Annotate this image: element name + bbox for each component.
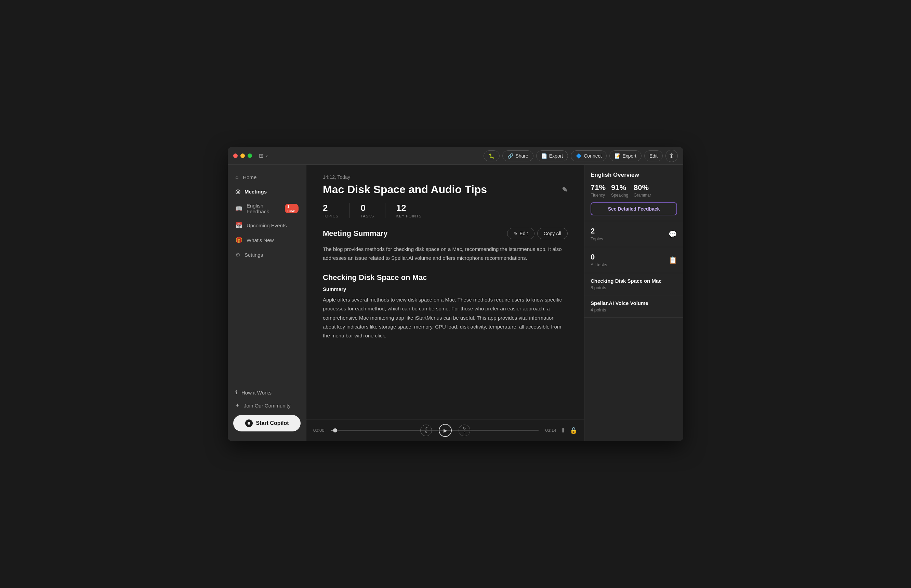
share-audio-icon[interactable]: ⬆: [560, 426, 566, 434]
summary-section-header: Meeting Summary ✎ Edit Copy All: [323, 228, 568, 239]
sidebar-item-meetings-label: Meetings: [244, 189, 267, 194]
topic-card-2[interactable]: Spellar.AI Voice Volume 4 points: [584, 296, 683, 318]
overview-stats: 71% Fluency 91% Speaking 80% Grammar: [591, 183, 677, 198]
sidebar-item-how-it-works-label: How it Works: [241, 390, 272, 396]
upcoming-events-icon: 📅: [235, 222, 243, 229]
start-copilot-button[interactable]: Start Copilot: [233, 415, 301, 431]
sidebar-item-meetings[interactable]: ◎ Meetings: [230, 184, 303, 199]
topic-card-2-points: 4 points: [591, 307, 677, 312]
how-it-works-icon: ℹ: [235, 389, 237, 396]
sidebar-item-english-feedback[interactable]: 📖 English Feedback 1 new: [230, 199, 303, 218]
topic-card-1[interactable]: Checking Disk Space on Mac 8 points: [584, 273, 683, 296]
stat-topics-label: TOPICS: [323, 214, 338, 218]
title-edit-icon[interactable]: ✎: [562, 186, 568, 194]
stat-key-points-label: KEY POINTS: [396, 214, 422, 218]
lock-audio-icon[interactable]: 🔒: [570, 426, 577, 434]
rp-topics-label: Topics: [591, 236, 603, 241]
audio-player-inner: 00:00 03:14 ↺ 5 ▶: [313, 426, 577, 434]
main-layout: ⌂ Home ◎ Meetings 📖 English Feedback 1 n…: [228, 165, 683, 441]
whats-new-icon: 🎁: [235, 237, 243, 244]
grammar-label: Grammar: [634, 193, 651, 198]
sidebar-nav: ⌂ Home ◎ Meetings 📖 English Feedback 1 n…: [228, 170, 306, 384]
english-overview: English Overview 71% Fluency 91% Speakin…: [584, 165, 683, 221]
copy-all-button[interactable]: Copy All: [537, 228, 568, 239]
traffic-lights: [233, 153, 252, 158]
speaking-pct: 91%: [611, 183, 628, 192]
sidebar-item-how-it-works[interactable]: ℹ How it Works: [230, 386, 303, 399]
see-detailed-feedback-button[interactable]: See Detailed Feedback: [591, 202, 677, 215]
export-notion-button[interactable]: 📝 Export: [609, 150, 641, 162]
home-icon: ⌂: [235, 174, 239, 181]
meetings-icon: ◎: [235, 188, 240, 195]
close-button[interactable]: [233, 153, 238, 158]
summary-edit-label: Edit: [520, 231, 528, 236]
titlebar-controls: ⊞ ‹: [259, 152, 268, 159]
sidebar-item-whats-new[interactable]: 🎁 What's New: [230, 233, 303, 247]
rp-tasks-icon: 📋: [668, 256, 677, 264]
stat-key-points-number: 12: [396, 203, 406, 213]
fluency-label: Fluency: [591, 193, 606, 198]
rp-tasks-label: All tasks: [591, 262, 607, 267]
overview-stat-speaking: 91% Speaking: [611, 183, 628, 198]
content-area: 14:12, Today Mac Disk Space and Audio Ti…: [306, 165, 584, 441]
grammar-pct: 80%: [634, 183, 651, 192]
topic-card-2-title: Spellar.AI Voice Volume: [591, 300, 677, 306]
summary-edit-icon: ✎: [514, 231, 518, 236]
play-button[interactable]: ▶: [439, 424, 452, 437]
meeting-timestamp: 14:12, Today: [323, 174, 568, 180]
english-feedback-icon: 📖: [235, 205, 243, 212]
sidebar-item-home-label: Home: [243, 174, 256, 180]
summary-text: The blog provides methods for checking d…: [323, 245, 568, 262]
rp-tasks-section[interactable]: 0 All tasks 📋: [584, 247, 683, 273]
skip-forward-button[interactable]: ↻ 5: [459, 425, 470, 436]
export-docs-button[interactable]: 📄 Export: [536, 150, 568, 162]
sidebar-item-upcoming-events-label: Upcoming Events: [246, 223, 287, 228]
rp-tasks-num: 0: [591, 253, 607, 262]
maximize-button[interactable]: [248, 153, 252, 158]
skip-back-button[interactable]: ↺ 5: [420, 425, 432, 436]
audio-end-time: 03:14: [543, 428, 557, 433]
stat-tasks-label: TASKS: [361, 214, 374, 218]
overview-stat-fluency: 71% Fluency: [591, 183, 606, 198]
stat-key-points: 12 KEY POINTS: [396, 203, 433, 218]
stat-topics: 2 TOPICS: [323, 203, 350, 218]
connect-label: Connect: [584, 153, 602, 158]
topic-1-title: Checking Disk Space on Mac: [323, 273, 568, 282]
sidebar-item-home[interactable]: ⌂ Home: [230, 170, 303, 184]
trash-button[interactable]: 🗑: [665, 150, 678, 162]
share-label: Share: [515, 153, 528, 158]
share-button[interactable]: 🔗 Share: [502, 150, 533, 162]
sidebar-toggle-icon[interactable]: ⊞: [259, 152, 263, 159]
audio-player: 00:00 03:14 ↺ 5 ▶: [306, 419, 584, 441]
start-copilot-label: Start Copilot: [256, 420, 289, 426]
overview-title: English Overview: [591, 171, 677, 178]
topic-1-summary-label: Summary: [323, 286, 568, 292]
audio-current-time: 00:00: [313, 428, 327, 433]
skip-forward-label: 5: [463, 430, 465, 434]
rp-topics-section[interactable]: 2 Topics 💬: [584, 221, 683, 247]
share-icon: 🔗: [508, 153, 513, 158]
rp-topics-num: 2: [591, 227, 603, 236]
bug-button[interactable]: 🐛: [484, 150, 500, 162]
back-icon[interactable]: ‹: [266, 153, 268, 159]
meeting-title-row: Mac Disk Space and Audio Tips ✎: [323, 183, 568, 196]
copilot-circle: [245, 420, 253, 427]
skip-back-icon: ↺: [425, 426, 427, 430]
titlebar: ⊞ ‹ 🐛 🔗 Share 📄 Export 🔷 Connect 📝 Expor…: [228, 147, 683, 165]
copy-all-label: Copy All: [544, 231, 561, 236]
stat-tasks: 0 TASKS: [361, 203, 385, 218]
skip-back-label: 5: [425, 430, 427, 434]
summary-edit-button[interactable]: ✎ Edit: [507, 228, 534, 239]
sidebar-item-settings[interactable]: ⚙ Settings: [230, 248, 303, 262]
export-docs-icon: 📄: [541, 153, 547, 158]
sidebar-item-join-community[interactable]: ✦ Join Our Community: [230, 399, 303, 412]
edit-label: Edit: [649, 153, 658, 158]
meeting-stats: 2 TOPICS 0 TASKS 12 KEY POINTS: [323, 203, 568, 218]
minimize-button[interactable]: [240, 153, 245, 158]
content-scroll[interactable]: 14:12, Today Mac Disk Space and Audio Ti…: [306, 165, 584, 419]
sidebar-item-upcoming-events[interactable]: 📅 Upcoming Events: [230, 218, 303, 233]
connect-button[interactable]: 🔷 Connect: [571, 150, 607, 162]
overview-stat-grammar: 80% Grammar: [634, 183, 651, 198]
right-panel: English Overview 71% Fluency 91% Speakin…: [584, 165, 683, 441]
edit-button[interactable]: Edit: [644, 150, 663, 162]
